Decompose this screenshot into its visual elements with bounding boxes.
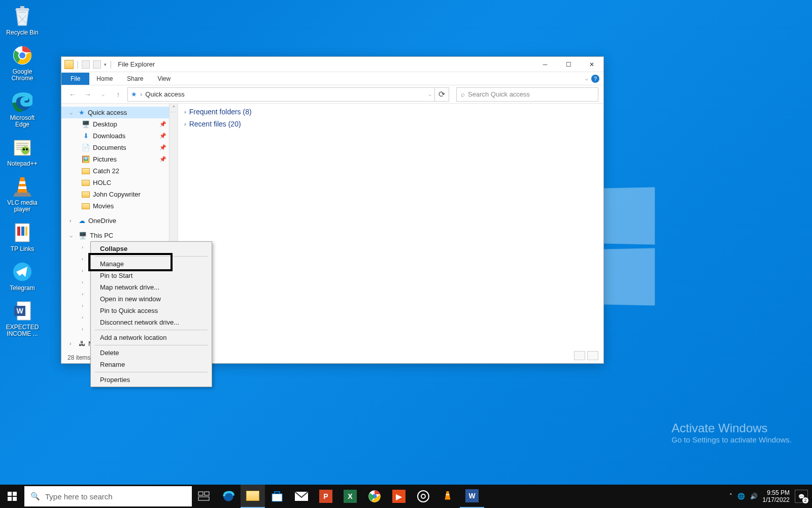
desktop: Recycle Bin Google Chrome Microsoft Edge… bbox=[0, 0, 812, 485]
minimize-button[interactable]: ─ bbox=[533, 57, 557, 72]
large-icons-view-button[interactable] bbox=[587, 351, 598, 360]
address-bar[interactable]: ★ › Quick access ⌵ bbox=[127, 87, 435, 102]
qat-newfolder-icon[interactable] bbox=[93, 60, 101, 69]
svg-rect-23 bbox=[272, 494, 282, 501]
taskbar-powerpoint[interactable]: P bbox=[314, 485, 338, 508]
recycle-bin-icon[interactable]: Recycle Bin bbox=[3, 4, 42, 36]
sidebar-onedrive[interactable]: ›☁OneDrive bbox=[61, 215, 178, 227]
svg-point-7 bbox=[23, 148, 25, 150]
view-tab[interactable]: View bbox=[150, 73, 178, 85]
recent-locations-button[interactable]: ⌵ bbox=[97, 88, 109, 101]
task-view-button[interactable] bbox=[192, 485, 216, 508]
quick-access-star-icon: ★ bbox=[131, 90, 137, 98]
file-tab[interactable]: File bbox=[61, 73, 89, 85]
taskbar-store[interactable] bbox=[265, 485, 289, 508]
tray-network-icon[interactable]: 🌐 bbox=[737, 493, 745, 500]
context-collapse[interactable]: Collapse bbox=[91, 243, 212, 255]
forward-button[interactable]: → bbox=[82, 88, 94, 101]
sidebar-this-pc[interactable]: ⌵🖥️This PC bbox=[61, 230, 178, 241]
sidebar-desktop[interactable]: 🖥️Desktop📌 bbox=[61, 118, 178, 130]
svg-point-3 bbox=[19, 52, 25, 58]
sidebar-holc[interactable]: HOLC bbox=[61, 177, 178, 188]
start-button[interactable] bbox=[0, 485, 24, 508]
explorer-app-icon bbox=[64, 60, 74, 69]
notepadpp-icon[interactable]: Notepad++ bbox=[3, 135, 42, 167]
help-icon[interactable]: ? bbox=[591, 75, 599, 83]
svg-rect-21 bbox=[198, 497, 209, 500]
taskbar-chrome[interactable] bbox=[362, 485, 387, 508]
taskbar-groove[interactable]: ▶ bbox=[387, 485, 411, 508]
sidebar-catch22[interactable]: Catch 22 bbox=[61, 165, 178, 177]
svg-rect-29 bbox=[446, 494, 450, 495]
context-manage[interactable]: Manage bbox=[91, 258, 212, 270]
taskbar-word[interactable]: W bbox=[460, 485, 484, 508]
context-map-drive[interactable]: Map network drive... bbox=[91, 281, 212, 293]
taskbar-edge[interactable] bbox=[216, 485, 241, 508]
vlc-icon[interactable]: VLC media player bbox=[3, 174, 42, 213]
frequent-folders-group[interactable]: ›Frequent folders (8) bbox=[184, 108, 597, 116]
svg-rect-20 bbox=[205, 492, 209, 495]
context-delete[interactable]: Delete bbox=[91, 347, 212, 359]
content-pane[interactable]: ›Frequent folders (8) ›Recent files (20) bbox=[178, 104, 603, 363]
tray-clock[interactable]: 9:55 PM 1/17/2022 bbox=[763, 489, 790, 504]
context-properties[interactable]: Properties bbox=[91, 374, 212, 386]
svg-point-6 bbox=[21, 146, 29, 154]
edge-icon[interactable]: Microsoft Edge bbox=[3, 89, 42, 128]
search-icon: 🔍 bbox=[30, 492, 40, 501]
system-tray: ˄ 🌐 🔊 9:55 PM 1/17/2022 💬2 bbox=[729, 489, 812, 504]
tray-show-hidden-icon[interactable]: ˄ bbox=[729, 493, 732, 500]
svg-rect-9 bbox=[19, 181, 25, 184]
titlebar[interactable]: | ▾ | File Explorer ─ ☐ ✕ bbox=[61, 57, 603, 72]
sidebar-downloads[interactable]: ⬇Downloads📌 bbox=[61, 130, 178, 142]
telegram-icon[interactable]: Telegram bbox=[3, 260, 42, 292]
navigation-bar: ← → ⌵ ↑ ★ › Quick access ⌵ ⟳ ⌕ Search Qu… bbox=[61, 85, 603, 104]
word-doc-icon[interactable]: W EXPECTED INCOME ... bbox=[3, 299, 42, 337]
context-menu: Collapse Manage Pin to Start Map network… bbox=[90, 241, 212, 387]
svg-point-28 bbox=[421, 494, 425, 498]
up-button[interactable]: ↑ bbox=[112, 88, 124, 101]
svg-rect-13 bbox=[21, 227, 24, 236]
taskbar-mail[interactable] bbox=[289, 485, 314, 508]
svg-rect-14 bbox=[25, 227, 27, 236]
activate-windows-watermark: Activate Windows Go to Settings to activ… bbox=[671, 421, 792, 444]
action-center-button[interactable]: 💬2 bbox=[795, 490, 808, 503]
taskbar-excel[interactable]: X bbox=[338, 485, 362, 508]
search-box[interactable]: ⌕ Search Quick access bbox=[456, 87, 598, 102]
sidebar-john[interactable]: John Copywriter bbox=[61, 188, 178, 200]
taskbar-vlc[interactable] bbox=[435, 485, 460, 508]
ribbon-expand-icon[interactable]: ⌵ bbox=[585, 76, 588, 81]
share-tab[interactable]: Share bbox=[120, 73, 150, 85]
svg-rect-10 bbox=[18, 186, 26, 189]
tplinks-icon[interactable]: TP Links bbox=[3, 220, 42, 252]
context-open-new-window[interactable]: Open in new window bbox=[91, 293, 212, 305]
recent-files-group[interactable]: ›Recent files (20) bbox=[184, 120, 597, 128]
back-button[interactable]: ← bbox=[66, 88, 79, 101]
close-button[interactable]: ✕ bbox=[580, 57, 603, 72]
taskbar-explorer[interactable] bbox=[241, 485, 265, 508]
svg-text:W: W bbox=[16, 307, 23, 315]
taskbar-movies[interactable] bbox=[411, 485, 435, 508]
taskbar: 🔍 Type here to search P X ▶ W ˄ 🌐 🔊 9:55… bbox=[0, 485, 812, 508]
sidebar-documents[interactable]: 📄Documents📌 bbox=[61, 142, 178, 153]
sidebar-movies[interactable]: Movies bbox=[61, 200, 178, 212]
context-pin-start[interactable]: Pin to Start bbox=[91, 270, 212, 281]
desktop-icons-column: Recycle Bin Google Chrome Microsoft Edge… bbox=[3, 4, 42, 337]
refresh-button[interactable]: ⟳ bbox=[435, 87, 449, 102]
context-add-network-location[interactable]: Add a network location bbox=[91, 332, 212, 343]
svg-rect-0 bbox=[20, 6, 24, 8]
context-rename[interactable]: Rename bbox=[91, 359, 212, 370]
maximize-button[interactable]: ☐ bbox=[557, 57, 580, 72]
details-view-button[interactable] bbox=[574, 351, 585, 360]
search-icon: ⌕ bbox=[461, 90, 465, 98]
context-pin-quick-access[interactable]: Pin to Quick access bbox=[91, 305, 212, 316]
svg-point-8 bbox=[26, 148, 28, 150]
home-tab[interactable]: Home bbox=[89, 73, 120, 85]
sidebar-quick-access[interactable]: ⌵★ Quick access bbox=[61, 107, 178, 118]
qat-properties-icon[interactable] bbox=[82, 60, 90, 69]
window-title: File Explorer bbox=[118, 60, 155, 68]
context-disconnect-drive[interactable]: Disconnect network drive... bbox=[91, 316, 212, 328]
chrome-icon[interactable]: Google Chrome bbox=[3, 43, 42, 82]
taskbar-search[interactable]: 🔍 Type here to search bbox=[24, 486, 192, 506]
tray-volume-icon[interactable]: 🔊 bbox=[750, 493, 758, 500]
sidebar-pictures[interactable]: 🖼️Pictures📌 bbox=[61, 153, 178, 165]
